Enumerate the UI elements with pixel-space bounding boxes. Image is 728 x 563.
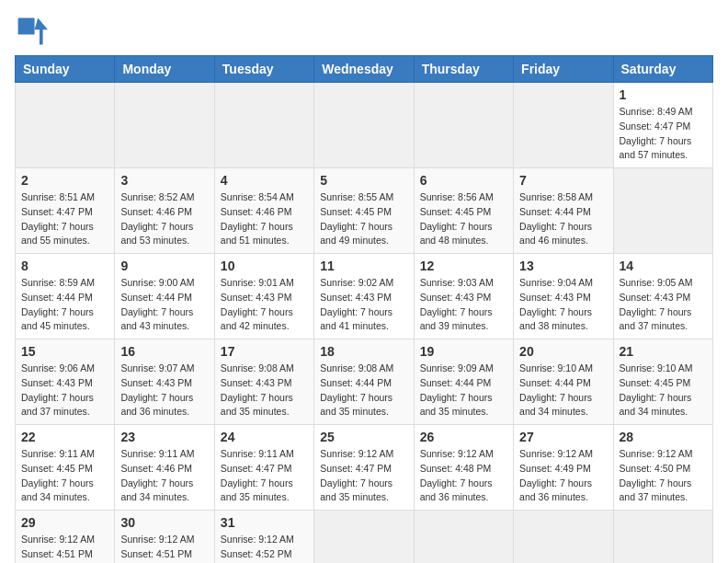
calendar-cell: 21Sunrise: 9:10 AM Sunset: 4:45 PM Dayli… bbox=[613, 339, 712, 425]
calendar-cell: 11Sunrise: 9:02 AM Sunset: 4:43 PM Dayli… bbox=[314, 254, 414, 339]
day-info: Sunrise: 9:11 AM Sunset: 4:47 PM Dayligh… bbox=[221, 447, 308, 505]
day-info: Sunrise: 8:58 AM Sunset: 4:44 PM Dayligh… bbox=[519, 190, 607, 248]
day-info: Sunrise: 9:12 AM Sunset: 4:47 PM Dayligh… bbox=[320, 447, 407, 505]
day-info: Sunrise: 8:59 AM Sunset: 4:44 PM Dayligh… bbox=[21, 276, 108, 334]
calendar-cell: 6Sunrise: 8:56 AM Sunset: 4:45 PM Daylig… bbox=[414, 168, 513, 254]
day-number: 5 bbox=[320, 173, 407, 188]
calendar-cell bbox=[514, 83, 613, 168]
day-number: 28 bbox=[620, 430, 707, 444]
calendar-cell bbox=[115, 83, 214, 168]
day-info: Sunrise: 9:12 AM Sunset: 4:51 PM Dayligh… bbox=[120, 533, 208, 563]
calendar-cell: 17Sunrise: 9:08 AM Sunset: 4:43 PM Dayli… bbox=[214, 339, 313, 425]
calendar-cell bbox=[613, 168, 712, 254]
day-number: 24 bbox=[221, 430, 308, 444]
calendar-cell bbox=[314, 511, 414, 564]
day-info: Sunrise: 9:08 AM Sunset: 4:43 PM Dayligh… bbox=[221, 362, 308, 419]
calendar-cell: 23Sunrise: 9:11 AM Sunset: 4:46 PM Dayli… bbox=[115, 425, 214, 511]
week-row-2: 2Sunrise: 8:51 AM Sunset: 4:47 PM Daylig… bbox=[16, 168, 713, 254]
day-info: Sunrise: 9:12 AM Sunset: 4:49 PM Dayligh… bbox=[519, 447, 607, 505]
column-header-sunday: Sunday bbox=[16, 56, 115, 83]
calendar-cell: 28Sunrise: 9:12 AM Sunset: 4:50 PM Dayli… bbox=[613, 425, 712, 511]
day-info: Sunrise: 8:55 AM Sunset: 4:45 PM Dayligh… bbox=[320, 190, 407, 248]
calendar-cell: 15Sunrise: 9:06 AM Sunset: 4:43 PM Dayli… bbox=[16, 339, 115, 425]
day-number: 26 bbox=[420, 430, 507, 444]
day-info: Sunrise: 9:03 AM Sunset: 4:43 PM Dayligh… bbox=[420, 276, 507, 334]
calendar-cell: 18Sunrise: 9:08 AM Sunset: 4:44 PM Dayli… bbox=[314, 339, 414, 425]
day-info: Sunrise: 9:10 AM Sunset: 4:45 PM Dayligh… bbox=[620, 362, 707, 419]
day-info: Sunrise: 9:07 AM Sunset: 4:43 PM Dayligh… bbox=[120, 362, 208, 419]
day-info: Sunrise: 9:12 AM Sunset: 4:51 PM Dayligh… bbox=[21, 533, 108, 563]
day-number: 1 bbox=[620, 87, 707, 102]
day-number: 22 bbox=[21, 430, 108, 444]
day-info: Sunrise: 9:08 AM Sunset: 4:44 PM Dayligh… bbox=[320, 362, 407, 419]
calendar-cell: 7Sunrise: 8:58 AM Sunset: 4:44 PM Daylig… bbox=[514, 168, 613, 254]
header-row: SundayMondayTuesdayWednesdayThursdayFrid… bbox=[16, 56, 713, 83]
day-number: 30 bbox=[120, 515, 208, 530]
day-info: Sunrise: 9:11 AM Sunset: 4:45 PM Dayligh… bbox=[21, 447, 108, 505]
day-number: 6 bbox=[420, 173, 507, 188]
calendar-cell: 29Sunrise: 9:12 AM Sunset: 4:51 PM Dayli… bbox=[16, 511, 115, 564]
day-info: Sunrise: 9:10 AM Sunset: 4:44 PM Dayligh… bbox=[519, 362, 607, 419]
column-header-monday: Monday bbox=[115, 56, 214, 83]
day-info: Sunrise: 8:51 AM Sunset: 4:47 PM Dayligh… bbox=[21, 190, 108, 248]
day-number: 18 bbox=[320, 344, 407, 359]
calendar-cell bbox=[214, 83, 313, 168]
calendar-cell: 19Sunrise: 9:09 AM Sunset: 4:44 PM Dayli… bbox=[414, 339, 513, 425]
day-number: 15 bbox=[21, 344, 108, 359]
week-row-6: 29Sunrise: 9:12 AM Sunset: 4:51 PM Dayli… bbox=[16, 511, 713, 564]
week-row-4: 15Sunrise: 9:06 AM Sunset: 4:43 PM Dayli… bbox=[16, 339, 713, 425]
day-info: Sunrise: 8:54 AM Sunset: 4:46 PM Dayligh… bbox=[221, 190, 308, 248]
day-number: 2 bbox=[21, 173, 108, 188]
calendar-cell: 12Sunrise: 9:03 AM Sunset: 4:43 PM Dayli… bbox=[414, 254, 513, 339]
calendar-cell: 25Sunrise: 9:12 AM Sunset: 4:47 PM Dayli… bbox=[314, 425, 414, 511]
calendar-cell: 3Sunrise: 8:52 AM Sunset: 4:46 PM Daylig… bbox=[115, 168, 214, 254]
logo bbox=[15, 15, 51, 48]
calendar-cell bbox=[613, 511, 712, 564]
day-info: Sunrise: 9:04 AM Sunset: 4:43 PM Dayligh… bbox=[519, 276, 607, 334]
day-number: 31 bbox=[221, 515, 308, 530]
calendar-header: SundayMondayTuesdayWednesdayThursdayFrid… bbox=[16, 56, 713, 83]
calendar-cell: 14Sunrise: 9:05 AM Sunset: 4:43 PM Dayli… bbox=[613, 254, 712, 339]
column-header-saturday: Saturday bbox=[613, 56, 712, 83]
calendar-cell: 2Sunrise: 8:51 AM Sunset: 4:47 PM Daylig… bbox=[16, 168, 115, 254]
day-info: Sunrise: 8:49 AM Sunset: 4:47 PM Dayligh… bbox=[620, 105, 707, 163]
day-info: Sunrise: 9:09 AM Sunset: 4:44 PM Dayligh… bbox=[420, 362, 507, 419]
day-number: 16 bbox=[120, 344, 208, 359]
day-number: 19 bbox=[420, 344, 507, 359]
day-number: 21 bbox=[620, 344, 707, 359]
day-info: Sunrise: 9:11 AM Sunset: 4:46 PM Dayligh… bbox=[120, 447, 208, 505]
calendar-cell: 9Sunrise: 9:00 AM Sunset: 4:44 PM Daylig… bbox=[115, 254, 214, 339]
day-info: Sunrise: 9:01 AM Sunset: 4:43 PM Dayligh… bbox=[221, 276, 308, 334]
day-number: 7 bbox=[519, 173, 607, 188]
day-number: 25 bbox=[320, 430, 407, 444]
calendar-cell bbox=[514, 511, 613, 564]
calendar-cell: 13Sunrise: 9:04 AM Sunset: 4:43 PM Dayli… bbox=[514, 254, 613, 339]
day-info: Sunrise: 9:00 AM Sunset: 4:44 PM Dayligh… bbox=[120, 276, 208, 334]
calendar-cell: 31Sunrise: 9:12 AM Sunset: 4:52 PM Dayli… bbox=[214, 511, 313, 564]
day-number: 13 bbox=[519, 259, 607, 273]
day-info: Sunrise: 9:12 AM Sunset: 4:52 PM Dayligh… bbox=[221, 533, 308, 563]
day-info: Sunrise: 8:56 AM Sunset: 4:45 PM Dayligh… bbox=[420, 190, 507, 248]
calendar-cell bbox=[414, 511, 513, 564]
calendar: SundayMondayTuesdayWednesdayThursdayFrid… bbox=[15, 55, 713, 563]
calendar-cell: 22Sunrise: 9:11 AM Sunset: 4:45 PM Dayli… bbox=[16, 425, 115, 511]
calendar-cell: 5Sunrise: 8:55 AM Sunset: 4:45 PM Daylig… bbox=[314, 168, 414, 254]
day-number: 3 bbox=[120, 173, 208, 188]
calendar-cell: 8Sunrise: 8:59 AM Sunset: 4:44 PM Daylig… bbox=[16, 254, 115, 339]
calendar-cell: 24Sunrise: 9:11 AM Sunset: 4:47 PM Dayli… bbox=[214, 425, 313, 511]
week-row-3: 8Sunrise: 8:59 AM Sunset: 4:44 PM Daylig… bbox=[16, 254, 713, 339]
day-number: 23 bbox=[120, 430, 208, 444]
logo-icon bbox=[15, 15, 48, 48]
calendar-cell bbox=[16, 83, 115, 168]
calendar-cell: 16Sunrise: 9:07 AM Sunset: 4:43 PM Dayli… bbox=[115, 339, 214, 425]
column-header-thursday: Thursday bbox=[414, 56, 513, 83]
header bbox=[15, 15, 713, 48]
column-header-friday: Friday bbox=[514, 56, 613, 83]
day-info: Sunrise: 9:02 AM Sunset: 4:43 PM Dayligh… bbox=[320, 276, 407, 334]
calendar-cell bbox=[314, 83, 414, 168]
day-number: 4 bbox=[221, 173, 308, 188]
day-number: 27 bbox=[519, 430, 607, 444]
column-header-tuesday: Tuesday bbox=[214, 56, 313, 83]
calendar-cell: 30Sunrise: 9:12 AM Sunset: 4:51 PM Dayli… bbox=[115, 511, 214, 564]
calendar-cell bbox=[414, 83, 513, 168]
